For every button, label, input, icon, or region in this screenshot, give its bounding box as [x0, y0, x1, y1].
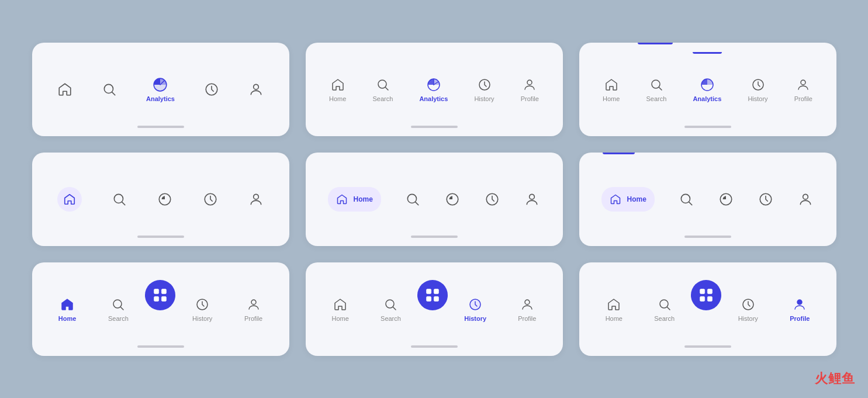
- svg-point-53: [797, 300, 802, 304]
- nav-home[interactable]: Home: [603, 77, 620, 102]
- home-icon: [603, 77, 620, 93]
- profile-icon: [795, 77, 811, 93]
- svg-rect-42: [427, 296, 431, 301]
- home-label: Home: [329, 95, 346, 102]
- history-label: History: [748, 95, 767, 102]
- watermark: 火鲤鱼: [815, 370, 855, 387]
- nav-profile[interactable]: [248, 191, 264, 207]
- card-9: Home Search: [579, 262, 836, 356]
- history-icon: [750, 77, 766, 93]
- nav-search[interactable]: [404, 191, 421, 207]
- nav-search[interactable]: [678, 191, 694, 207]
- history-icon: [202, 191, 219, 207]
- nav-profile[interactable]: Profile: [244, 296, 262, 322]
- nav-profile[interactable]: [248, 81, 264, 98]
- svg-rect-33: [162, 289, 167, 293]
- nav-search[interactable]: Search: [381, 296, 401, 322]
- nav-history[interactable]: [202, 191, 219, 207]
- home-icon: [330, 77, 346, 93]
- nav-home-pill[interactable]: Home: [328, 187, 381, 212]
- svg-rect-35: [162, 296, 167, 301]
- svg-line-21: [416, 202, 419, 205]
- nav-history[interactable]: [203, 81, 220, 98]
- history-icon: [203, 81, 220, 98]
- home-icon: [59, 296, 75, 313]
- nav-history[interactable]: History: [464, 296, 486, 322]
- svg-point-25: [681, 194, 690, 203]
- search-label: Search: [108, 315, 129, 322]
- svg-line-39: [393, 307, 396, 310]
- analytics-top-indicator: [693, 52, 722, 54]
- nav-history[interactable]: History: [474, 77, 494, 102]
- nav-profile[interactable]: Profile: [794, 77, 812, 102]
- nav-history[interactable]: History: [748, 77, 767, 102]
- search-icon: [648, 77, 665, 93]
- svg-point-0: [105, 84, 113, 93]
- home-label: Home: [332, 315, 349, 322]
- nav-home[interactable]: [57, 81, 73, 98]
- home-label: Home: [627, 195, 646, 203]
- svg-rect-40: [427, 289, 431, 293]
- nav-search[interactable]: Search: [372, 77, 393, 102]
- svg-line-16: [122, 202, 125, 205]
- search-icon: [382, 296, 399, 313]
- home-bg: [57, 187, 82, 212]
- nav-history[interactable]: [758, 191, 774, 207]
- home-label: Home: [606, 315, 623, 322]
- nav-home[interactable]: Home: [329, 77, 346, 102]
- nav-profile[interactable]: [524, 191, 540, 207]
- nav-search[interactable]: Search: [654, 296, 675, 322]
- nav-analytics[interactable]: [718, 191, 734, 207]
- nav-history[interactable]: History: [738, 296, 758, 322]
- profile-label: Profile: [518, 315, 536, 322]
- svg-point-19: [253, 194, 258, 199]
- float-circle: [417, 280, 448, 310]
- nav-history[interactable]: History: [192, 296, 212, 322]
- analytics-icon: [444, 191, 461, 207]
- search-icon: [678, 191, 694, 207]
- profile-label: Profile: [244, 315, 262, 322]
- card-1: Analytics: [32, 43, 289, 136]
- analytics-icon: [718, 191, 734, 207]
- profile-icon: [245, 296, 262, 313]
- history-label: History: [738, 315, 758, 322]
- svg-point-45: [525, 300, 530, 304]
- nav-analytics[interactable]: Analytics: [693, 77, 721, 102]
- nav-history[interactable]: [484, 191, 500, 207]
- card-5: Home: [306, 153, 563, 246]
- home-icon: [606, 296, 622, 313]
- nav-home[interactable]: [57, 187, 82, 212]
- nav-search[interactable]: [101, 81, 117, 98]
- home-icon: [57, 81, 73, 98]
- svg-point-38: [386, 300, 394, 308]
- svg-point-10: [652, 80, 660, 88]
- nav-search[interactable]: Search: [646, 77, 666, 102]
- nav-search[interactable]: Search: [108, 296, 129, 322]
- svg-line-6: [385, 87, 388, 90]
- svg-line-31: [121, 307, 124, 310]
- nav-analytics[interactable]: [444, 191, 461, 207]
- card-grid: Analytics: [32, 43, 836, 356]
- profile-icon: [521, 77, 538, 93]
- nav-home[interactable]: Home: [332, 296, 349, 322]
- nav-profile[interactable]: Profile: [521, 77, 539, 102]
- nav-profile[interactable]: [797, 191, 814, 207]
- card-6: Home: [579, 153, 836, 246]
- nav-search[interactable]: [111, 191, 127, 207]
- nav-analytics[interactable]: [157, 191, 173, 207]
- nav-analytics[interactable]: Analytics: [146, 77, 175, 102]
- nav-home-pill[interactable]: Home: [601, 187, 655, 212]
- svg-line-1: [112, 92, 115, 95]
- svg-rect-34: [154, 296, 159, 301]
- svg-rect-32: [154, 289, 159, 293]
- nav-analytics[interactable]: Analytics: [419, 77, 448, 102]
- nav-profile[interactable]: Profile: [518, 296, 536, 322]
- search-icon: [111, 191, 127, 207]
- nav-home[interactable]: Home: [606, 296, 623, 322]
- nav-profile[interactable]: Profile: [790, 296, 810, 322]
- svg-point-5: [378, 80, 386, 88]
- nav-home[interactable]: Home: [58, 296, 77, 322]
- search-label: Search: [646, 95, 666, 102]
- analytics-label: Analytics: [146, 95, 175, 102]
- home-icon: [607, 191, 624, 207]
